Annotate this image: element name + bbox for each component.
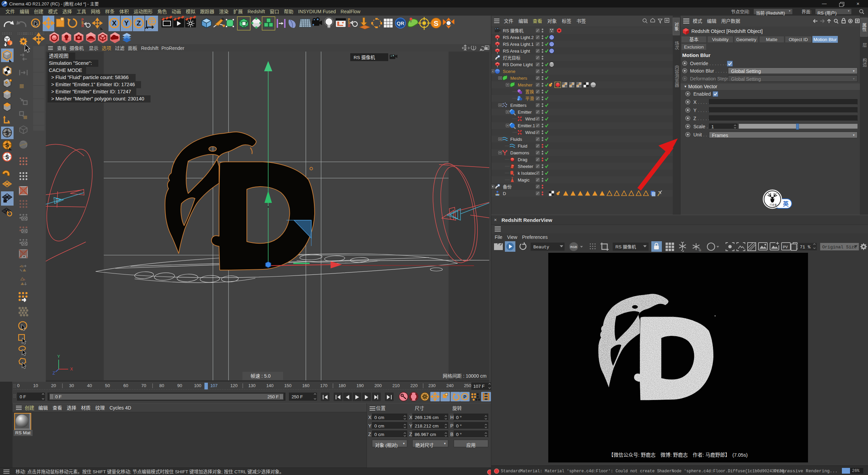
svg-text:> Fluid "Fluid" particle count: > Fluid "Fluid" particle count: 58366 bbox=[51, 75, 129, 80]
svg-text:230: 230 bbox=[428, 383, 436, 388]
svg-text:Emitters: Emitters bbox=[510, 103, 527, 108]
svg-text:130: 130 bbox=[248, 383, 256, 388]
svg-text:Simulation "Scene":: Simulation "Scene": bbox=[49, 60, 92, 66]
svg-text:ProRender: ProRender bbox=[161, 45, 184, 51]
svg-text:160: 160 bbox=[302, 383, 310, 388]
svg-text:Wind: Wind bbox=[525, 130, 535, 135]
svg-text:选项: 选项 bbox=[102, 45, 111, 51]
svg-text:网格间距 : 10000 cm: 网格间距 : 10000 cm bbox=[443, 373, 487, 379]
svg-text:140: 140 bbox=[266, 383, 274, 388]
svg-text:显示: 显示 bbox=[89, 45, 98, 51]
svg-text:灯光目标: 灯光目标 bbox=[503, 55, 520, 60]
svg-text:100: 100 bbox=[194, 383, 201, 388]
svg-text:> Emitter "Emitter" Emitter ID: > Emitter "Emitter" Emitter ID: 17247 bbox=[51, 89, 131, 94]
svg-text:220: 220 bbox=[410, 383, 418, 388]
svg-text:S: S bbox=[434, 19, 438, 27]
svg-text:Original Size: Original Size bbox=[822, 245, 856, 250]
svg-text:180: 180 bbox=[338, 383, 346, 388]
svg-text:250 F: 250 F bbox=[292, 394, 303, 399]
svg-text:帧速 : 5.0: 帧速 : 5.0 bbox=[251, 373, 271, 379]
svg-text:书签: 书签 bbox=[576, 18, 586, 24]
svg-text:RS 摄像机: RS 摄像机 bbox=[354, 55, 375, 60]
svg-text:RS 摄像机: RS 摄像机 bbox=[503, 28, 524, 33]
svg-text:120: 120 bbox=[230, 383, 238, 388]
svg-text:20: 20 bbox=[51, 383, 56, 388]
svg-text:210: 210 bbox=[392, 383, 400, 388]
svg-text:S: S bbox=[5, 154, 9, 160]
svg-text:k Isolated: k Isolated bbox=[518, 171, 537, 176]
svg-text:Beauty: Beauty bbox=[533, 245, 549, 250]
svg-text:190: 190 bbox=[356, 383, 364, 388]
svg-text:标签: 标签 bbox=[562, 18, 571, 24]
svg-text:50: 50 bbox=[105, 383, 110, 388]
svg-text:面板: 面板 bbox=[128, 45, 137, 51]
svg-text:R: R bbox=[348, 24, 351, 28]
svg-text:透视视图: 透视视图 bbox=[49, 53, 68, 59]
svg-text:QR: QR bbox=[397, 20, 405, 26]
svg-text:Z: Z bbox=[53, 371, 55, 376]
svg-text:摄像机: 摄像机 bbox=[70, 45, 84, 51]
svg-text:0 F: 0 F bbox=[20, 394, 26, 399]
svg-text:S: S bbox=[5, 130, 9, 136]
svg-text:X: X bbox=[112, 19, 117, 27]
svg-text:71 %: 71 % bbox=[800, 245, 810, 250]
svg-text:240: 240 bbox=[446, 383, 454, 388]
svg-text:Emitter: Emitter bbox=[518, 110, 532, 115]
svg-text:Wind: Wind bbox=[525, 116, 535, 121]
svg-text:【微信公众号: 野鹿志 微博: 野鹿志 作者: 马鹿野郎】: 【微信公众号: 野鹿志 微博: 野鹿志 作者: 马鹿野郎】 (7.05s) bbox=[609, 452, 748, 458]
svg-text:250: 250 bbox=[464, 383, 471, 388]
svg-text:60: 60 bbox=[123, 383, 128, 388]
svg-text:置换: 置换 bbox=[525, 89, 534, 94]
svg-text:CACHE MODE: CACHE MODE bbox=[49, 68, 82, 73]
svg-text:Emitter.1: Emitter.1 bbox=[518, 123, 535, 128]
svg-text:Drag: Drag bbox=[518, 157, 527, 162]
svg-text:文件: 文件 bbox=[504, 18, 513, 24]
svg-text:过滤: 过滤 bbox=[115, 45, 124, 51]
svg-text:> Emitter "Emitter.1" Emitter: > Emitter "Emitter.1" Emitter ID: 17246 bbox=[51, 82, 135, 87]
svg-text:X: X bbox=[70, 367, 73, 372]
svg-text:150: 150 bbox=[284, 383, 292, 388]
svg-text:200: 200 bbox=[374, 383, 382, 388]
svg-text:> Mesher "Mesher" polygon coun: > Mesher "Mesher" polygon count: 230140 bbox=[51, 96, 144, 101]
svg-text:Sheeter: Sheeter bbox=[518, 164, 533, 169]
svg-text:查看: 查看 bbox=[57, 45, 66, 51]
svg-text:170: 170 bbox=[320, 383, 328, 388]
svg-text:70: 70 bbox=[141, 383, 146, 388]
svg-text:Y: Y bbox=[124, 19, 129, 27]
svg-text:Mesher: Mesher bbox=[518, 82, 533, 88]
svg-text:对象: 对象 bbox=[547, 18, 557, 24]
svg-text:英: 英 bbox=[783, 201, 789, 207]
svg-text:Fluids: Fluids bbox=[510, 137, 522, 142]
svg-text:G: G bbox=[699, 248, 701, 252]
svg-text:RS Area Light: RS Area Light bbox=[503, 49, 530, 54]
svg-text:Redshift: Redshift bbox=[141, 45, 158, 51]
svg-text:编辑: 编辑 bbox=[518, 18, 528, 24]
svg-text:30: 30 bbox=[69, 383, 74, 388]
svg-text:PV: PV bbox=[783, 245, 788, 249]
svg-text:Z: Z bbox=[137, 19, 141, 27]
svg-text:查看: 查看 bbox=[533, 18, 542, 24]
svg-text:R: R bbox=[81, 24, 84, 28]
svg-text:80: 80 bbox=[159, 383, 164, 388]
svg-text:250 F: 250 F bbox=[268, 394, 279, 399]
svg-text:RS Dome Light: RS Dome Light bbox=[503, 62, 533, 67]
svg-text:Magic: Magic bbox=[518, 177, 530, 183]
svg-text:平滑: 平滑 bbox=[525, 96, 534, 101]
svg-text:RS 摄像机: RS 摄像机 bbox=[615, 244, 636, 249]
svg-text:0 F: 0 F bbox=[55, 394, 62, 399]
svg-text:Scene: Scene bbox=[503, 69, 515, 74]
svg-text:RS Area Light.1: RS Area Light.1 bbox=[503, 42, 534, 47]
svg-text:Meshers: Meshers bbox=[510, 76, 527, 81]
svg-text:RGB: RGB bbox=[570, 245, 577, 249]
svg-text:Daemons: Daemons bbox=[510, 150, 529, 155]
svg-text:0: 0 bbox=[17, 383, 19, 388]
svg-text:D: D bbox=[503, 191, 506, 196]
svg-text:40: 40 bbox=[87, 383, 92, 388]
svg-text:RS Area Light.2: RS Area Light.2 bbox=[503, 35, 534, 40]
svg-text:行走者: 行走者 bbox=[770, 203, 777, 206]
svg-text:Fluid: Fluid bbox=[518, 144, 527, 149]
svg-text:备份: 备份 bbox=[503, 184, 512, 189]
svg-text:Y: Y bbox=[57, 354, 60, 359]
svg-text:90: 90 bbox=[177, 383, 182, 388]
svg-text:P: P bbox=[463, 394, 467, 399]
